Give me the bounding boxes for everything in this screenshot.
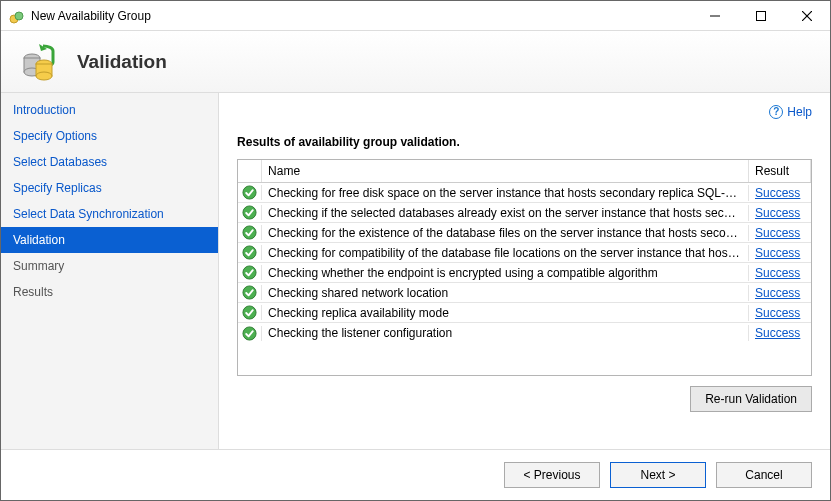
validation-result-link[interactable]: Success: [755, 206, 800, 220]
validation-name: Checking replica availability mode: [262, 305, 749, 321]
validation-results-grid: Name Result Checking for free disk space…: [237, 159, 812, 376]
validation-name: Checking for compatibility of the databa…: [262, 245, 749, 261]
step-validation[interactable]: Validation: [1, 227, 218, 253]
validation-result-link[interactable]: Success: [755, 246, 800, 260]
validation-name: Checking shared network location: [262, 285, 749, 301]
column-header-result[interactable]: Result: [749, 160, 811, 182]
wizard-window: New Availability Group Validation Introd…: [0, 0, 831, 501]
validation-result-link[interactable]: Success: [755, 186, 800, 200]
svg-point-20: [243, 326, 256, 339]
success-icon: [238, 225, 262, 240]
svg-point-12: [36, 72, 52, 80]
page-heading: Validation: [77, 51, 167, 73]
svg-point-17: [243, 266, 256, 279]
step-introduction[interactable]: Introduction: [1, 97, 218, 123]
success-icon: [238, 326, 262, 341]
help-link[interactable]: ? Help: [769, 105, 812, 119]
help-label: Help: [787, 105, 812, 119]
main-panel: ? Help Results of availability group val…: [219, 93, 830, 449]
step-select-databases[interactable]: Select Databases: [1, 149, 218, 175]
success-icon: [238, 205, 262, 220]
svg-point-19: [243, 306, 256, 319]
validation-name: Checking whether the endpoint is encrypt…: [262, 265, 749, 281]
step-select-data-sync[interactable]: Select Data Synchronization: [1, 201, 218, 227]
wizard-icon: [19, 42, 59, 82]
wizard-steps-sidebar: Introduction Specify Options Select Data…: [1, 93, 219, 449]
next-button[interactable]: Next >: [610, 462, 706, 488]
validation-row: Checking if the selected databases alrea…: [238, 203, 811, 223]
app-icon: [9, 8, 25, 24]
cancel-button[interactable]: Cancel: [716, 462, 812, 488]
svg-point-14: [243, 206, 256, 219]
svg-point-13: [243, 186, 256, 199]
validation-result-link[interactable]: Success: [755, 286, 800, 300]
window-title: New Availability Group: [31, 9, 151, 23]
svg-point-1: [15, 12, 23, 20]
step-specify-options[interactable]: Specify Options: [1, 123, 218, 149]
svg-point-16: [243, 246, 256, 259]
previous-button[interactable]: < Previous: [504, 462, 600, 488]
header: Validation: [1, 31, 830, 93]
validation-result-link[interactable]: Success: [755, 226, 800, 240]
wizard-footer: < Previous Next > Cancel: [1, 449, 830, 500]
step-specify-replicas[interactable]: Specify Replicas: [1, 175, 218, 201]
validation-row: Checking for free disk space on the serv…: [238, 183, 811, 203]
validation-result-link[interactable]: Success: [755, 266, 800, 280]
success-icon: [238, 265, 262, 280]
svg-point-18: [243, 286, 256, 299]
step-results[interactable]: Results: [1, 279, 218, 305]
success-icon: [238, 305, 262, 320]
svg-point-15: [243, 226, 256, 239]
validation-name: Checking for free disk space on the serv…: [262, 185, 749, 201]
validation-name: Checking if the selected databases alrea…: [262, 205, 749, 221]
grid-empty-space: [238, 343, 811, 375]
rerun-validation-button[interactable]: Re-run Validation: [690, 386, 812, 412]
maximize-button[interactable]: [738, 1, 784, 31]
success-icon: [238, 245, 262, 260]
section-title: Results of availability group validation…: [237, 135, 812, 149]
validation-name: Checking the listener configuration: [262, 325, 749, 341]
column-header-name[interactable]: Name: [262, 160, 749, 182]
titlebar: New Availability Group: [1, 1, 830, 31]
validation-result-link[interactable]: Success: [755, 306, 800, 320]
step-summary[interactable]: Summary: [1, 253, 218, 279]
validation-row: Checking whether the endpoint is encrypt…: [238, 263, 811, 283]
svg-rect-3: [757, 11, 766, 20]
success-icon: [238, 185, 262, 200]
validation-name: Checking for the existence of the databa…: [262, 225, 749, 241]
grid-header: Name Result: [238, 160, 811, 183]
validation-row: Checking the listener configurationSucce…: [238, 323, 811, 343]
validation-row: Checking for compatibility of the databa…: [238, 243, 811, 263]
validation-row: Checking for the existence of the databa…: [238, 223, 811, 243]
help-icon: ?: [769, 105, 783, 119]
success-icon: [238, 285, 262, 300]
validation-result-link[interactable]: Success: [755, 326, 800, 340]
validation-row: Checking shared network locationSuccess: [238, 283, 811, 303]
minimize-button[interactable]: [692, 1, 738, 31]
close-button[interactable]: [784, 1, 830, 31]
validation-row: Checking replica availability modeSucces…: [238, 303, 811, 323]
